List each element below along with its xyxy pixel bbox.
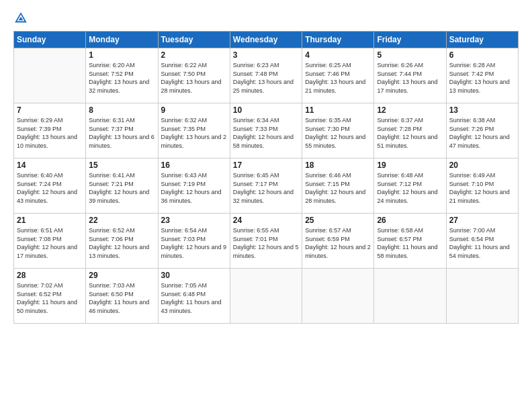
day-number: 13 [449, 105, 515, 115]
day-number: 11 [305, 105, 371, 115]
sunset-text: Sunset: 7:19 PM [161, 180, 227, 189]
day-number: 30 [161, 271, 227, 280]
day-info: Sunrise: 6:48 AMSunset: 7:12 PMDaylight:… [377, 171, 443, 205]
sunset-text: Sunset: 7:01 PM [233, 235, 299, 244]
calendar-cell: 19Sunrise: 6:48 AMSunset: 7:12 PMDayligh… [374, 158, 446, 214]
day-info: Sunrise: 6:37 AMSunset: 7:28 PMDaylight:… [377, 116, 443, 150]
daylight-text: Daylight: 13 hours and 28 minutes. [161, 78, 227, 95]
sunset-text: Sunset: 7:06 PM [89, 235, 154, 244]
day-number: 17 [233, 161, 299, 170]
calendar-cell: 24Sunrise: 6:55 AMSunset: 7:01 PMDayligh… [230, 214, 302, 269]
sunrise-text: Sunrise: 7:03 AM [89, 281, 154, 290]
day-info: Sunrise: 6:57 AMSunset: 6:59 PMDaylight:… [305, 226, 371, 260]
day-number: 9 [161, 105, 227, 115]
day-info: Sunrise: 6:54 AMSunset: 7:03 PMDaylight:… [161, 226, 227, 260]
sunrise-text: Sunrise: 6:31 AM [89, 116, 154, 125]
sunset-text: Sunset: 7:39 PM [17, 125, 83, 134]
calendar-cell [230, 269, 302, 324]
calendar-cell: 28Sunrise: 7:02 AMSunset: 6:52 PMDayligh… [14, 269, 86, 324]
sunset-text: Sunset: 7:46 PM [305, 70, 371, 79]
sunrise-text: Sunrise: 6:55 AM [233, 226, 299, 235]
calendar-cell: 3Sunrise: 6:23 AMSunset: 7:48 PMDaylight… [230, 48, 302, 103]
sunset-text: Sunset: 6:50 PM [89, 290, 154, 299]
day-info: Sunrise: 7:03 AMSunset: 6:50 PMDaylight:… [89, 281, 154, 315]
sunrise-text: Sunrise: 6:45 AM [233, 171, 299, 180]
sunset-text: Sunset: 6:54 PM [449, 235, 515, 244]
daylight-text: Daylight: 12 hours and 5 minutes. [233, 243, 299, 260]
day-info: Sunrise: 6:40 AMSunset: 7:24 PMDaylight:… [17, 171, 83, 205]
sunset-text: Sunset: 7:03 PM [161, 235, 227, 244]
day-number: 21 [17, 216, 83, 225]
sunrise-text: Sunrise: 6:54 AM [161, 226, 227, 235]
sunset-text: Sunset: 7:17 PM [233, 180, 299, 189]
day-number: 29 [89, 271, 154, 280]
sunrise-text: Sunrise: 6:29 AM [17, 116, 83, 125]
daylight-text: Daylight: 11 hours and 46 minutes. [89, 298, 154, 315]
day-number: 20 [449, 161, 515, 170]
daylight-text: Daylight: 13 hours and 13 minutes. [449, 78, 515, 95]
sunset-text: Sunset: 7:28 PM [377, 125, 443, 134]
sunrise-text: Sunrise: 6:32 AM [161, 116, 227, 125]
daylight-text: Daylight: 11 hours and 54 minutes. [449, 243, 515, 260]
calendar-cell: 15Sunrise: 6:41 AMSunset: 7:21 PMDayligh… [86, 158, 158, 214]
day-info: Sunrise: 6:25 AMSunset: 7:46 PMDaylight:… [305, 61, 371, 95]
calendar-header: SundayMondayTuesdayWednesdayThursdayFrid… [14, 32, 519, 48]
daylight-text: Daylight: 12 hours and 39 minutes. [89, 188, 154, 205]
day-info: Sunrise: 7:02 AMSunset: 6:52 PMDaylight:… [17, 281, 83, 315]
calendar-cell [374, 269, 446, 324]
day-number: 12 [377, 105, 443, 115]
day-number: 4 [305, 50, 371, 60]
day-info: Sunrise: 7:05 AMSunset: 6:48 PMDaylight:… [161, 281, 227, 315]
day-number: 7 [17, 105, 83, 115]
sunrise-text: Sunrise: 6:37 AM [377, 116, 443, 125]
daylight-text: Daylight: 12 hours and 21 minutes. [449, 188, 515, 205]
weekday-header-wednesday: Wednesday [230, 32, 302, 48]
sunrise-text: Sunrise: 6:23 AM [233, 61, 299, 70]
sunrise-text: Sunrise: 6:26 AM [377, 61, 443, 70]
calendar-cell: 20Sunrise: 6:49 AMSunset: 7:10 PMDayligh… [446, 158, 518, 214]
sunset-text: Sunset: 7:44 PM [377, 70, 443, 79]
sunrise-text: Sunrise: 6:38 AM [449, 116, 515, 125]
daylight-text: Daylight: 13 hours and 17 minutes. [377, 78, 443, 95]
daylight-text: Daylight: 12 hours and 17 minutes. [17, 243, 83, 260]
sunset-text: Sunset: 7:37 PM [89, 125, 154, 134]
calendar-cell [302, 269, 374, 324]
sunrise-text: Sunrise: 6:22 AM [161, 61, 227, 70]
sunset-text: Sunset: 7:50 PM [161, 70, 227, 79]
day-number: 26 [377, 216, 443, 225]
daylight-text: Daylight: 12 hours and 51 minutes. [377, 133, 443, 150]
calendar-cell: 11Sunrise: 6:35 AMSunset: 7:30 PMDayligh… [302, 103, 374, 158]
day-number: 18 [305, 161, 371, 170]
day-number: 25 [305, 216, 371, 225]
daylight-text: Daylight: 12 hours and 58 minutes. [233, 133, 299, 150]
calendar-cell: 14Sunrise: 6:40 AMSunset: 7:24 PMDayligh… [14, 158, 86, 214]
weekday-header-sunday: Sunday [14, 32, 86, 48]
calendar-cell: 7Sunrise: 6:29 AMSunset: 7:39 PMDaylight… [14, 103, 86, 158]
calendar-cell: 6Sunrise: 6:28 AMSunset: 7:42 PMDaylight… [446, 48, 518, 103]
day-info: Sunrise: 6:35 AMSunset: 7:30 PMDaylight:… [305, 116, 371, 150]
calendar-body: 1Sunrise: 6:20 AMSunset: 7:52 PMDaylight… [14, 48, 519, 324]
sunset-text: Sunset: 6:59 PM [305, 235, 371, 244]
calendar-cell: 25Sunrise: 6:57 AMSunset: 6:59 PMDayligh… [302, 214, 374, 269]
day-info: Sunrise: 6:26 AMSunset: 7:44 PMDaylight:… [377, 61, 443, 95]
day-info: Sunrise: 6:22 AMSunset: 7:50 PMDaylight:… [161, 61, 227, 95]
weekday-header-friday: Friday [374, 32, 446, 48]
day-number: 3 [233, 50, 299, 60]
sunrise-text: Sunrise: 6:51 AM [17, 226, 83, 235]
daylight-text: Daylight: 12 hours and 9 minutes. [161, 243, 227, 260]
calendar-cell: 26Sunrise: 6:58 AMSunset: 6:57 PMDayligh… [374, 214, 446, 269]
sunset-text: Sunset: 7:15 PM [305, 180, 371, 189]
day-number: 8 [89, 105, 154, 115]
calendar-week-3: 21Sunrise: 6:51 AMSunset: 7:08 PMDayligh… [14, 214, 519, 269]
day-info: Sunrise: 6:55 AMSunset: 7:01 PMDaylight:… [233, 226, 299, 260]
calendar-week-0: 1Sunrise: 6:20 AMSunset: 7:52 PMDaylight… [14, 48, 519, 103]
daylight-text: Daylight: 12 hours and 47 minutes. [449, 133, 515, 150]
sunset-text: Sunset: 7:52 PM [89, 70, 154, 79]
sunset-text: Sunset: 7:21 PM [89, 180, 154, 189]
daylight-text: Daylight: 12 hours and 28 minutes. [305, 188, 371, 205]
weekday-row: SundayMondayTuesdayWednesdayThursdayFrid… [14, 32, 519, 48]
calendar-cell: 18Sunrise: 6:46 AMSunset: 7:15 PMDayligh… [302, 158, 374, 214]
calendar-week-2: 14Sunrise: 6:40 AMSunset: 7:24 PMDayligh… [14, 158, 519, 214]
weekday-header-monday: Monday [86, 32, 158, 48]
daylight-text: Daylight: 12 hours and 2 minutes. [305, 243, 371, 260]
